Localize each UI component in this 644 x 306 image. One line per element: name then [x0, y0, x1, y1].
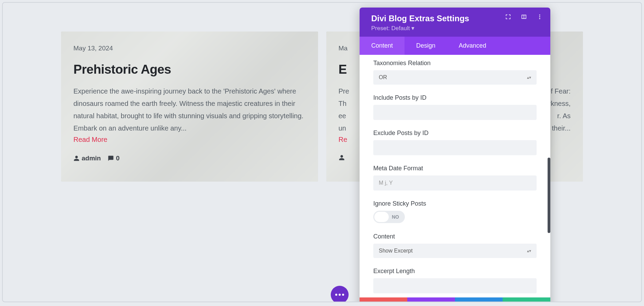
svg-point-0	[539, 14, 540, 15]
read-more-link[interactable]: Re	[339, 136, 348, 144]
blog-card[interactable]: May 13, 2024 Prehistoric Ages Experience…	[61, 32, 318, 182]
label-exclude-posts: Exclude Posts by ID	[373, 130, 537, 137]
user-icon	[339, 155, 345, 161]
settings-panel[interactable]: Taxonomies Relation OR ▴▾ Include Posts …	[360, 55, 550, 297]
input-excerpt-length[interactable]	[373, 278, 537, 293]
kebab-icon[interactable]	[537, 14, 543, 20]
expand-icon[interactable]	[505, 14, 511, 20]
svg-point-1	[539, 16, 540, 17]
user-icon	[73, 155, 80, 161]
chevron-updown-icon: ▴▾	[527, 75, 531, 80]
preset-selector[interactable]: Preset: Default ▾	[371, 25, 539, 32]
post-title[interactable]: Prehistoric Ages	[73, 62, 306, 77]
chevron-updown-icon: ▴▾	[527, 248, 531, 253]
tab-design[interactable]: Design	[405, 37, 447, 55]
redo-button[interactable]	[455, 297, 503, 302]
select-content[interactable]: Show Excerpt ▴▾	[373, 244, 537, 258]
post-author[interactable]: admin	[73, 155, 101, 162]
author-name: admin	[82, 155, 101, 162]
comment-count: 0	[116, 155, 120, 162]
label-meta-date: Meta Date Format	[373, 165, 537, 172]
fab-button[interactable]	[331, 286, 349, 302]
scrollbar[interactable]	[548, 158, 550, 233]
save-button[interactable]	[503, 297, 550, 302]
modal-footer	[360, 297, 550, 302]
label-include-posts: Include Posts by ID	[373, 94, 537, 101]
cancel-button[interactable]	[360, 297, 407, 302]
settings-modal: Divi Blog Extras Settings Preset: Defaul…	[360, 8, 550, 302]
label-excerpt-length: Excerpt Length	[373, 268, 537, 275]
post-excerpt: Experience the awe-inspiring journey bac…	[73, 85, 306, 134]
input-exclude-posts[interactable]	[373, 140, 537, 155]
post-comments[interactable]: 0	[108, 155, 120, 162]
dock-icon[interactable]	[521, 14, 527, 20]
label-tax-relation: Taxonomies Relation	[373, 60, 537, 67]
svg-point-2	[539, 18, 540, 19]
input-meta-date[interactable]	[373, 175, 537, 191]
comment-icon	[108, 155, 114, 161]
modal-header: Divi Blog Extras Settings Preset: Defaul…	[360, 8, 550, 37]
toggle-ignore-sticky[interactable]: NO	[373, 211, 405, 223]
read-more-link[interactable]: Read More	[73, 136, 107, 144]
label-ignore-sticky: Ignore Sticky Posts	[373, 200, 537, 207]
label-content: Content	[373, 233, 537, 240]
modal-tabs: Content Design Advanced	[360, 37, 550, 55]
input-include-posts[interactable]	[373, 105, 537, 120]
tab-advanced[interactable]: Advanced	[447, 37, 498, 55]
post-author[interactable]	[339, 155, 345, 161]
post-date: May 13, 2024	[73, 45, 306, 52]
undo-button[interactable]	[407, 297, 455, 302]
select-tax-relation[interactable]: OR ▴▾	[373, 70, 537, 85]
tab-content[interactable]: Content	[360, 37, 405, 55]
